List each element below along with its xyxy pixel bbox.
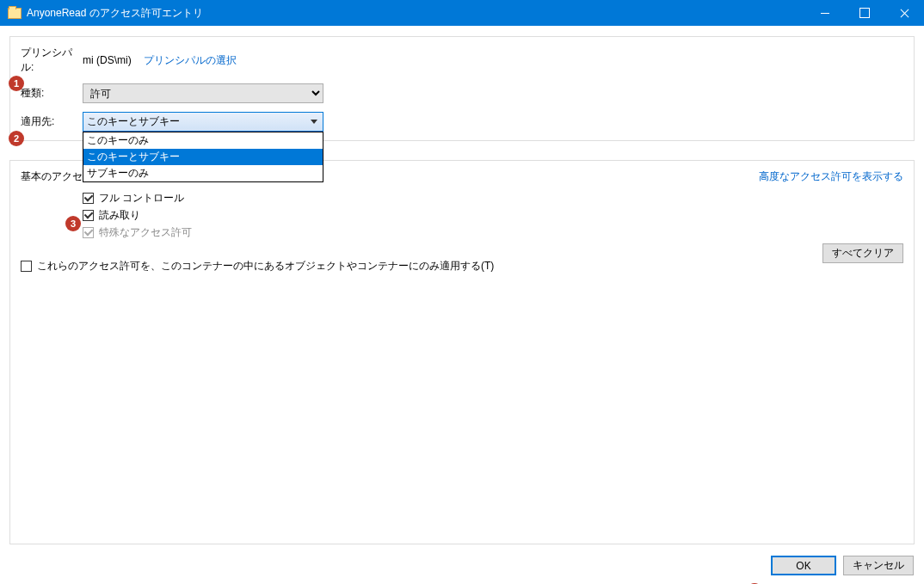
checkbox-container-only[interactable] [21,261,32,272]
applyto-option[interactable]: このキーとサブキー [83,149,323,165]
principal-panel: プリンシパル: mi (DS\mi) プリンシパルの選択 種類: 許可 適用先:… [9,36,915,141]
type-select[interactable]: 許可 [83,83,323,103]
ok-button[interactable]: OK [771,556,836,575]
select-principal-link[interactable]: プリンシパルの選択 [144,53,237,68]
callout-marker: 1 [9,76,24,91]
chevron-down-icon [311,120,317,124]
container-only-row: これらのアクセス許可を、このコンテナーの中にあるオブジェクトやコンテナーにのみ適… [21,259,903,274]
applyto-label: 適用先: [21,114,83,129]
permissions-panel: 基本のアクセス許可: 高度なアクセス許可を表示する フル コントロール 読み取り… [9,160,915,544]
perm-label: 特殊なアクセス許可 [99,225,192,240]
title-bar: AnyoneRead のアクセス許可エントリ [0,0,924,26]
perm-row: フル コントロール [83,191,903,206]
callout-marker: 3 [65,216,81,231]
perm-label: フル コントロール [99,191,184,206]
window-title: AnyoneRead のアクセス許可エントリ [27,6,805,21]
principal-label: プリンシパル: [21,46,83,75]
applyto-select[interactable]: このキーとサブキー このキーのみ このキーとサブキー サブキーのみ [83,112,323,132]
perm-row: 特殊なアクセス許可 [83,225,903,240]
perm-label: 読み取り [99,208,140,223]
checkbox-read[interactable] [83,210,94,221]
applyto-option[interactable]: このキーのみ [83,132,323,149]
minimize-button[interactable] [805,0,845,26]
folder-icon [8,8,22,19]
clear-all-button[interactable]: すべてクリア [822,243,903,263]
advanced-perms-link[interactable]: 高度なアクセス許可を表示する [759,169,903,184]
applyto-selected: このキーとサブキー [87,114,180,129]
principal-value: mi (DS\mi) [83,54,132,66]
cancel-button[interactable]: キャンセル [843,556,914,575]
perm-row: 読み取り [83,208,903,223]
applyto-dropdown: このキーのみ このキーとサブキー サブキーのみ [83,132,323,182]
maximize-button[interactable] [845,0,884,26]
checkbox-special [83,227,94,238]
container-only-label: これらのアクセス許可を、このコンテナーの中にあるオブジェクトやコンテナーにのみ適… [37,259,494,274]
applyto-option[interactable]: サブキーのみ [83,165,323,181]
close-button[interactable] [884,0,924,26]
callout-marker: 2 [9,131,24,146]
checkbox-fullcontrol[interactable] [83,193,94,204]
type-label: 種類: [21,86,83,101]
